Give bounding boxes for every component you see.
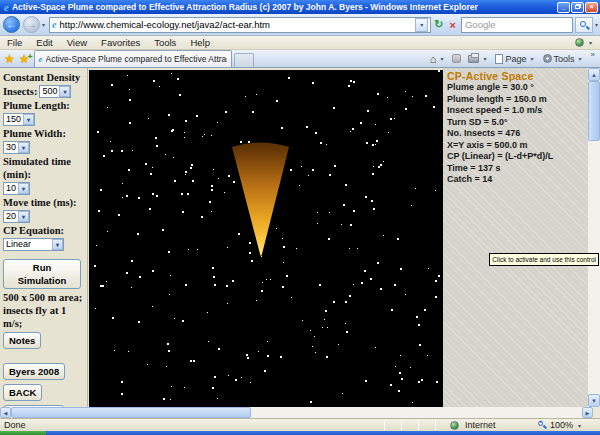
page-content: Constant Density Insects: 500▾ Plume Len… [0,68,600,407]
internet-zone-globe-icon [450,421,459,430]
overflow-chevron-icon[interactable]: » [591,50,595,59]
cp-equation-value: Linear [4,238,52,251]
activate-control-tooltip: Click to activate and use this control [489,253,599,266]
security-zone: Internet [450,420,538,430]
close-button[interactable]: × [585,2,598,13]
chevron-down-icon: ▾ [18,142,29,153]
info-catch: Catch = 14 [447,174,588,186]
feeds-icon[interactable] [452,54,461,63]
tools-menu-button[interactable]: Tools▾ [543,54,584,64]
title-bar: e Active-Space Plume compared to Effecti… [0,0,600,14]
zoom-dropdown-icon[interactable]: ▾ [578,422,581,429]
vertical-scroll-thumb[interactable] [588,81,600,141]
magnifier-icon [580,21,586,27]
menu-bar: File Edit View Favorites Tools Help ▾ [0,36,600,50]
menu-help[interactable]: Help [183,37,217,48]
tab-active[interactable]: e Active-Space Plume compared to Effecti… [34,50,232,67]
tab-title: Active-Space Plume compared to Effective… [46,54,227,64]
move-time-value: 20 [4,210,18,223]
cp-equation-select[interactable]: Linear▾ [3,238,64,251]
menu-view[interactable]: View [60,37,94,48]
info-panel-title: CP-Active Space [447,70,588,82]
horizontal-scrollbar[interactable]: ◀ ▶ [0,407,600,418]
insects-value: 500 [40,85,59,98]
home-dropdown-icon: ▾ [440,55,443,62]
scroll-up-icon[interactable]: ▲ [588,68,600,81]
byers-2008-button[interactable]: Byers 2008 [3,363,65,380]
back-page-button[interactable]: BACK [3,384,42,401]
insects-label: Insects: [3,85,37,98]
menu-edit[interactable]: Edit [29,37,59,48]
history-dropdown-icon[interactable]: ▾ [42,21,45,28]
plus-icon: + [28,51,33,63]
forward-button[interactable]: → [23,16,40,33]
address-dropdown-icon[interactable]: ▾ [415,18,428,32]
search-placeholder: Google [465,19,569,30]
stop-icon[interactable]: × [450,19,456,31]
tools-dropdown-icon: ▾ [579,55,582,62]
chevron-down-icon: ▾ [18,211,29,222]
page-menu-button[interactable]: Page▾ [495,54,535,64]
sim-time-select[interactable]: 10▾ [3,182,30,195]
command-bar: ⌂▾ ▾ Page▾ Tools▾ » [430,50,600,67]
menu-file[interactable]: File [0,37,29,48]
address-input[interactable]: e http://www.chemical-ecology.net/java2/… [49,17,431,33]
plume-length-label: Plume Length: [3,99,87,112]
addon-globe-icon[interactable] [575,38,584,47]
scrollbar-corner [593,407,600,418]
back-button[interactable]: ← [3,16,20,33]
horizontal-scroll-thumb[interactable] [11,407,251,418]
area-note-line2: insects fly at 1 m/s; [3,304,87,330]
info-turn-sd: Turn SD = 5.0° [447,117,588,129]
scroll-down-icon[interactable]: ▼ [588,394,600,407]
add-favorite-icon[interactable]: ★+ [19,53,30,65]
constant-density-label: Constant Density [3,71,87,84]
chevron-down-icon: ▾ [52,239,63,250]
scroll-right-icon[interactable]: ▶ [582,407,593,418]
favorites-center-icon[interactable]: ★ [4,53,15,65]
search-button[interactable] [575,17,593,33]
sim-time-label: Simulated time [3,155,87,168]
home-button[interactable]: ⌂▾ [430,54,446,64]
print-button[interactable]: ▾ [468,55,488,63]
page-label: Page [505,54,526,64]
area-note-line1: 500 x 500 m area; [3,291,87,304]
plume-length-select[interactable]: 150▾ [3,113,35,126]
notes-button[interactable]: Notes [3,332,41,349]
move-time-select[interactable]: 20▾ [3,210,30,223]
info-cp-linear: CP (Linear) = (L-d+P*d)/L [447,151,588,163]
start-button[interactable] [0,431,46,435]
plume-width-select[interactable]: 30▾ [3,141,30,154]
insects-select[interactable]: 500▾ [39,85,71,98]
zoom-control[interactable]: + 100% ▾ [538,420,600,430]
new-tab-button[interactable] [234,53,254,67]
menu-tools[interactable]: Tools [147,37,183,48]
address-toolbar: ← → ▾ e http://www.chemical-ecology.net/… [0,14,600,36]
scroll-left-icon[interactable]: ◀ [0,407,11,418]
url-text: http://www.chemical-ecology.net/java2/ac… [59,19,415,30]
info-panel: CP-Active Space Plume angle = 30.0 ° Plu… [443,68,588,407]
page-icon [495,54,503,64]
status-divider [401,421,402,430]
search-options-icon[interactable]: ▾ [595,21,598,28]
windows-taskbar[interactable] [0,431,600,435]
status-divider [418,421,419,430]
refresh-icon[interactable]: ↻ [434,18,443,31]
search-input[interactable]: Google [461,17,573,33]
controls-sidebar: Constant Density Insects: 500▾ Plume Len… [0,68,88,407]
plume-width-label: Plume Width: [3,127,87,140]
menu-favorites[interactable]: Favorites [94,37,147,48]
vertical-scrollbar[interactable]: ▲ ▼ [588,68,600,407]
simulation-canvas[interactable] [89,70,443,407]
run-simulation-button[interactable]: Run Simulation [3,259,81,289]
restore-button[interactable] [571,2,584,13]
minimize-button[interactable]: _ [557,2,570,13]
info-xy-axis: X=Y axis = 500.0 m [447,140,588,152]
page-favicon: e [52,19,56,30]
status-text: Done [0,420,368,430]
home-icon: ⌂ [430,54,437,64]
gear-icon [543,54,552,63]
zone-label: Internet [465,420,496,430]
addon-dropdown-icon[interactable]: ▾ [589,39,592,46]
info-time: Time = 137 s [447,163,588,175]
